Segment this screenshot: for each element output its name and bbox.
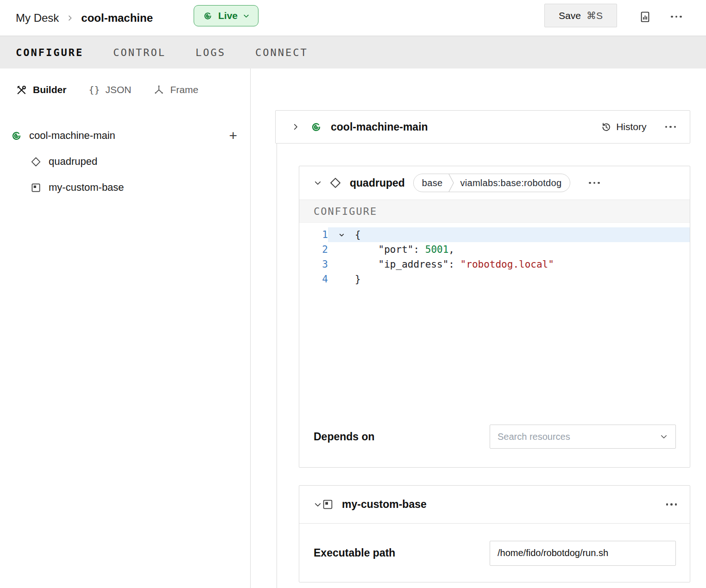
depends-on-label: Depends on <box>314 431 375 443</box>
document-chart-icon <box>639 11 651 23</box>
base-card-menu-button[interactable] <box>666 503 677 506</box>
machine-config-page: My Desk cool-machine Live Save ⌘S <box>0 0 706 588</box>
tab-bar: CONFIGURE CONTROL LOGS CONNECT <box>0 36 706 69</box>
diamond-icon <box>31 156 41 167</box>
badge-model-label: viamlabs:base:robotdog <box>454 178 570 188</box>
collapse-card-button[interactable] <box>314 179 322 187</box>
executable-path-label: Executable path <box>314 547 395 559</box>
save-shortcut: ⌘S <box>586 10 603 21</box>
tree-item-label: my-custom-base <box>49 181 124 194</box>
code-editor[interactable]: 1{2 "port": 5001,3 "ip_address": "robotd… <box>299 223 690 287</box>
diamond-icon <box>329 177 341 189</box>
ellipsis-icon <box>671 16 682 18</box>
view-mode-toggle: Builder {} JSON Frame <box>0 69 250 111</box>
card-connector-line <box>277 144 277 588</box>
header: My Desk cool-machine Live Save ⌘S <box>0 0 706 36</box>
quadruped-card-menu-button[interactable] <box>589 182 600 184</box>
depends-on-select[interactable] <box>490 425 676 449</box>
ellipsis-icon <box>589 182 600 184</box>
breadcrumb-current: cool-machine <box>81 12 153 25</box>
live-icon <box>10 130 23 142</box>
tab-logs[interactable]: LOGS <box>195 47 226 58</box>
search-resources-input[interactable] <box>498 432 660 442</box>
chevron-down-icon <box>243 13 250 19</box>
badge-type-label: base <box>414 178 448 188</box>
machine-card-title: cool-machine-main <box>331 121 428 133</box>
machine-status-dropdown[interactable]: Live <box>194 5 258 26</box>
component-type-badge: base viamlabs:base:robotdog <box>413 174 571 192</box>
line-number: 3 <box>299 257 328 272</box>
report-button[interactable] <box>636 7 654 26</box>
line-number: 1 <box>299 227 328 242</box>
ellipsis-icon <box>666 503 677 506</box>
view-toggle-builder-label: Builder <box>33 84 66 95</box>
ellipsis-icon <box>665 126 676 128</box>
tree-item-label: quadruped <box>49 156 97 168</box>
code-line[interactable]: 1{ <box>299 227 690 242</box>
view-toggle-frame-label: Frame <box>170 84 198 95</box>
tree-item-machine-main[interactable]: cool-machine-main + <box>0 123 250 149</box>
tree-item-my-custom-base[interactable]: my-custom-base <box>0 175 250 200</box>
my-custom-base-card: my-custom-base Executable path <box>299 485 690 582</box>
live-icon <box>202 11 213 21</box>
header-menu-button[interactable] <box>667 7 686 26</box>
tab-configure[interactable]: CONFIGURE <box>16 47 83 58</box>
breadcrumb-parent-link[interactable]: My Desk <box>16 12 59 25</box>
module-icon <box>31 182 41 193</box>
frame-axes-icon <box>153 84 164 95</box>
view-toggle-frame[interactable]: Frame <box>153 84 198 95</box>
badge-separator-icon <box>448 174 454 192</box>
chevron-down-icon <box>314 500 322 509</box>
component-tree: cool-machine-main + quadruped my-custom-… <box>0 123 250 200</box>
history-label: History <box>616 121 646 132</box>
my-custom-base-card-body: Executable path <box>299 524 690 582</box>
builder-tools-icon <box>16 84 27 96</box>
my-custom-base-card-header: my-custom-base <box>299 486 690 524</box>
view-toggle-builder[interactable]: Builder <box>16 84 66 96</box>
history-icon <box>601 122 611 132</box>
code-line-text: "port": 5001, <box>355 242 454 257</box>
code-line-text: "ip_address": "robotdog.local" <box>355 257 554 272</box>
machine-main-card: cool-machine-main History <box>275 110 690 144</box>
chevron-down-icon <box>314 179 322 187</box>
code-line[interactable]: 4} <box>299 272 690 287</box>
save-button[interactable]: Save ⌘S <box>544 4 617 27</box>
history-button[interactable]: History <box>601 121 646 132</box>
tab-control[interactable]: CONTROL <box>113 47 166 58</box>
expand-card-button[interactable] <box>291 123 300 131</box>
machine-card-menu-button[interactable] <box>665 126 676 128</box>
configure-section-label: CONFIGURE <box>314 206 377 217</box>
view-toggle-json-label: JSON <box>105 84 131 95</box>
tab-connect[interactable]: CONNECT <box>255 47 308 58</box>
machine-status-label: Live <box>218 10 238 21</box>
code-line-text: } <box>355 272 361 287</box>
chevron-down-icon <box>660 432 668 441</box>
add-component-button[interactable]: + <box>229 129 237 143</box>
tree-item-quadruped[interactable]: quadruped <box>0 149 250 175</box>
chevron-right-icon <box>291 123 300 131</box>
fold-chevron-icon[interactable] <box>328 227 355 242</box>
breadcrumb: My Desk cool-machine <box>16 0 153 36</box>
line-number: 2 <box>299 242 328 257</box>
json-braces-icon: {} <box>88 84 100 95</box>
code-line[interactable]: 3 "ip_address": "robotdog.local" <box>299 257 690 272</box>
executable-path-input[interactable] <box>490 541 676 566</box>
quadruped-card-title: quadruped <box>350 177 405 189</box>
code-line-text: { <box>355 227 361 242</box>
quadruped-card-header: quadruped base viamlabs:base:robotdog <box>299 166 690 200</box>
tree-item-label: cool-machine-main <box>29 130 115 142</box>
depends-on-row: Depends on <box>314 425 676 449</box>
chevron-right-icon <box>66 14 74 22</box>
sidebar: Builder {} JSON Frame <box>0 69 251 588</box>
configure-section-bar: CONFIGURE <box>299 200 690 223</box>
collapse-card-button[interactable] <box>314 500 322 509</box>
live-icon <box>310 121 322 133</box>
view-toggle-json[interactable]: {} JSON <box>88 84 131 95</box>
code-line[interactable]: 2 "port": 5001, <box>299 242 690 257</box>
save-button-label: Save <box>559 10 581 21</box>
quadruped-card: quadruped base viamlabs:base:robotdog CO… <box>299 166 690 468</box>
module-icon <box>322 499 334 510</box>
line-number: 4 <box>299 272 328 287</box>
my-custom-base-card-title: my-custom-base <box>342 498 427 511</box>
